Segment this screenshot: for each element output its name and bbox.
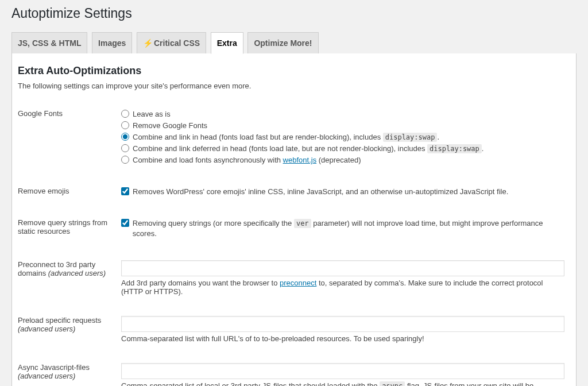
text: . [437, 133, 439, 141]
text-advanced: (advanced users) [18, 325, 75, 333]
help-preload: Comma-separated list with full URL's of … [121, 334, 564, 343]
tab-bar: JS, CSS & HTML Images ⚡Critical CSS Extr… [11, 27, 577, 54]
text: Preload specific requests [18, 316, 101, 325]
label-remove-emojis: Remove emojis [18, 178, 121, 210]
radio-label: Combine and link in head (fonts load fas… [133, 132, 439, 142]
radio-gf-combine-deferred[interactable] [121, 144, 129, 152]
link-webfontjs[interactable]: webfont.js [283, 156, 317, 164]
page-title: Autoptimize Settings [11, 6, 577, 21]
checkbox-remove-emojis[interactable] [121, 187, 129, 195]
text: Combine and link deferred in head (fonts… [133, 144, 427, 153]
label-preconnect: Preconnect to 3rd party domains (advance… [18, 252, 121, 307]
section-desc: The following settings can improve your … [18, 82, 564, 90]
text: Comma-separated list of local or 3rd par… [121, 381, 380, 386]
tab-images[interactable]: Images [92, 32, 132, 53]
link-preconnect[interactable]: preconnect [280, 279, 316, 287]
radio-label: Combine and load fonts asynchronously wi… [133, 155, 361, 165]
label-async-js: Async Javascript-files (advanced users) [18, 354, 121, 386]
settings-panel: Extra Auto-Optimizations The following s… [11, 53, 577, 386]
label-google-fonts: Google Fonts [18, 101, 121, 178]
radio-gf-combine-head[interactable] [121, 133, 129, 141]
radio-gf-remove[interactable] [121, 121, 129, 129]
radio-gf-leave[interactable] [121, 110, 129, 118]
section-title: Extra Auto-Optimizations [18, 65, 564, 77]
code-display-swap: display:swap [427, 144, 482, 153]
radio-label: Leave as is [133, 109, 171, 119]
input-preload[interactable] [121, 316, 564, 332]
lightning-icon: ⚡ [143, 38, 153, 48]
checkbox-label: Removes WordPress' core emojis' inline C… [133, 187, 508, 197]
code-ver: ver [294, 219, 311, 228]
label-preload: Preload specific requests (advanced user… [18, 307, 121, 354]
label-remove-query: Remove query strings from static resourc… [18, 210, 121, 252]
text: (deprecated) [316, 156, 361, 164]
text: Async Javascript-files [18, 363, 90, 372]
input-async-js[interactable] [121, 363, 564, 379]
help-async-js: Comma-separated list of local or 3rd par… [121, 381, 564, 386]
tab-js-css-html[interactable]: JS, CSS & HTML [11, 32, 87, 53]
text-advanced: (advanced users) [48, 269, 106, 277]
input-preconnect[interactable] [121, 260, 564, 276]
tab-label: Critical CSS [154, 38, 200, 48]
text: Combine and link in head (fonts load fas… [133, 133, 383, 141]
tab-extra[interactable]: Extra [211, 32, 243, 54]
text: . [482, 144, 484, 153]
text-advanced: (advanced users) [18, 372, 75, 380]
text: Add 3rd party domains you want the brows… [121, 279, 280, 287]
text: Combine and load fonts asynchronously wi… [133, 156, 283, 164]
tab-critical-css[interactable]: ⚡Critical CSS [137, 32, 206, 53]
text: Removing query strings (or more specific… [133, 219, 294, 227]
code-display-swap: display:swap [383, 133, 438, 142]
checkbox-label: Removing query strings (or more specific… [133, 218, 564, 239]
code-async: async [380, 381, 405, 386]
radio-label: Combine and link deferred in head (fonts… [133, 144, 483, 154]
tab-optimize-more[interactable]: Optimize More! [247, 32, 318, 53]
radio-gf-async[interactable] [121, 156, 129, 164]
checkbox-remove-query[interactable] [121, 219, 129, 227]
radio-label: Remove Google Fonts [133, 121, 207, 131]
help-preconnect: Add 3rd party domains you want the brows… [121, 279, 564, 296]
